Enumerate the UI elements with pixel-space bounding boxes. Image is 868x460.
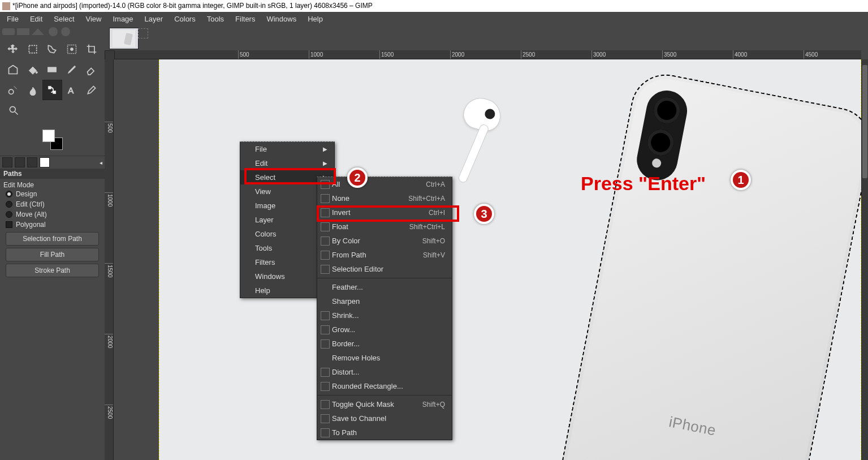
btn-selection-from-path[interactable]: Selection from Path bbox=[6, 232, 99, 246]
sm-feather-[interactable]: Feather... bbox=[317, 280, 452, 294]
menu-separator bbox=[317, 278, 452, 278]
images-tab[interactable] bbox=[40, 157, 50, 167]
check-polygonal-label: Polygonal bbox=[16, 221, 46, 229]
sm-border-[interactable]: Border... bbox=[317, 337, 452, 351]
sm-to-path[interactable]: To Path bbox=[317, 425, 452, 440]
menu-item-label: Border... bbox=[332, 339, 360, 348]
canvas-viewport[interactable]: iPhone Press "Enter" 1 bbox=[114, 59, 861, 460]
cm-edit[interactable]: Edit▶ bbox=[240, 156, 334, 170]
menu-windows[interactable]: Windows bbox=[261, 12, 302, 27]
menu-select[interactable]: Select bbox=[48, 12, 80, 27]
btn-fill-path[interactable]: Fill Path bbox=[6, 248, 99, 261]
tool-free-select[interactable] bbox=[42, 39, 62, 59]
fg-bg-color[interactable] bbox=[42, 130, 63, 150]
sm-rounded-rectangle-[interactable]: Rounded Rectangle... bbox=[317, 379, 452, 393]
sm-shrink-[interactable]: Shrink... bbox=[317, 308, 452, 323]
svg-point-14 bbox=[10, 106, 15, 112]
sm-invert[interactable]: InvertCtrl+I bbox=[317, 205, 452, 220]
tool-paths[interactable] bbox=[42, 80, 62, 100]
menu-item-label: Save to Channel bbox=[332, 414, 386, 423]
menu-item-label: Float bbox=[332, 222, 348, 231]
toolbox-header-shapes bbox=[0, 27, 105, 37]
svg-point-4 bbox=[61, 27, 70, 36]
ruler-horizontal[interactable]: 50010001500200025003000350040004500 bbox=[114, 50, 861, 59]
device-status-tab[interactable] bbox=[15, 157, 25, 167]
annotation-text: Press "Enter" bbox=[581, 173, 706, 195]
tool-transform[interactable] bbox=[3, 59, 23, 80]
menu-item-label: Toggle Quick Mask bbox=[332, 400, 394, 409]
menu-shortcut: Shift+Ctrl+L bbox=[409, 223, 445, 231]
menu-layer[interactable]: Layer bbox=[139, 12, 169, 27]
menu-item-label: From Path bbox=[332, 251, 366, 259]
sm-selection-editor[interactable]: Selection Editor bbox=[317, 262, 452, 276]
menu-item-label: By Color bbox=[332, 237, 360, 245]
tool-crop[interactable] bbox=[81, 39, 101, 59]
tool-eraser[interactable] bbox=[81, 59, 101, 80]
tool-clone[interactable] bbox=[3, 80, 23, 100]
chevron-right-icon: ▶ bbox=[323, 160, 327, 166]
ruler-tick: 4500 bbox=[804, 50, 818, 59]
check-polygonal[interactable]: Polygonal bbox=[3, 220, 101, 230]
vertical-scrollbar[interactable] bbox=[861, 59, 868, 460]
fg-color-swatch[interactable] bbox=[42, 130, 55, 142]
radio-move[interactable]: Move (Alt) bbox=[3, 209, 101, 220]
tool-bucket[interactable] bbox=[23, 59, 43, 80]
tool-text[interactable]: A bbox=[62, 80, 82, 100]
sm-toggle-quick-mask[interactable]: Toggle Quick MaskShift+Q bbox=[317, 397, 452, 411]
sm-sharpen[interactable]: Sharpen bbox=[317, 294, 452, 308]
sm-from-path[interactable]: From PathShift+V bbox=[317, 248, 452, 262]
tool-smudge[interactable] bbox=[23, 80, 43, 100]
dock-menu-icon[interactable]: ◂ bbox=[100, 160, 102, 166]
ruler-tick: 500 bbox=[105, 122, 113, 133]
iphone-brand-text: iPhone bbox=[573, 395, 813, 458]
sm-none[interactable]: NoneShift+Ctrl+A bbox=[317, 191, 452, 205]
gimp-logo-icon bbox=[2, 2, 10, 10]
tool-zoom[interactable] bbox=[3, 100, 24, 121]
toolbox: A bbox=[0, 37, 105, 123]
image-tab[interactable] bbox=[109, 28, 139, 49]
radio-edit[interactable]: Edit (Ctrl) bbox=[3, 199, 101, 209]
svg-point-8 bbox=[36, 71, 37, 73]
menu-filters[interactable]: Filters bbox=[230, 12, 261, 27]
ruler-tick: 1500 bbox=[105, 263, 113, 277]
tool-gradient[interactable] bbox=[42, 59, 62, 80]
menu-help[interactable]: Help bbox=[302, 12, 329, 27]
sm-distort-[interactable]: Distort... bbox=[317, 365, 452, 379]
ruler-vertical[interactable]: 5001000150020002500 bbox=[105, 59, 114, 460]
ruler-tick: 1000 bbox=[309, 50, 323, 59]
cm-file[interactable]: File▶ bbox=[240, 142, 334, 156]
menu-item-label: None bbox=[332, 194, 349, 203]
btn-stroke-path[interactable]: Stroke Path bbox=[6, 264, 99, 277]
menu-item-label: Distort... bbox=[332, 368, 359, 376]
menu-edit[interactable]: Edit bbox=[24, 12, 48, 27]
sm-all[interactable]: AllCtrl+A bbox=[317, 177, 452, 191]
tool-picker[interactable] bbox=[81, 80, 101, 100]
undo-history-tab[interactable] bbox=[27, 157, 37, 167]
tool-move[interactable] bbox=[3, 39, 23, 59]
sm-grow-[interactable]: Grow... bbox=[317, 323, 452, 337]
radio-edit-label: Edit (Ctrl) bbox=[16, 200, 45, 208]
menu-file[interactable]: File bbox=[1, 12, 24, 27]
sm-save-to-channel[interactable]: Save to Channel bbox=[317, 411, 452, 425]
menu-image[interactable]: Image bbox=[107, 12, 139, 27]
menu-item-label: To Path bbox=[332, 428, 357, 437]
tool-options-tab[interactable] bbox=[2, 157, 12, 167]
ruler-tick: 3500 bbox=[662, 50, 676, 59]
sm-remove-holes[interactable]: Remove Holes bbox=[317, 351, 452, 365]
sm-by-color[interactable]: By ColorShift+O bbox=[317, 234, 452, 248]
svg-rect-9 bbox=[48, 67, 57, 72]
menu-shortcut: Shift+Ctrl+A bbox=[408, 195, 445, 203]
menu-colors[interactable]: Colors bbox=[169, 12, 201, 27]
tool-brush[interactable] bbox=[62, 59, 82, 80]
svg-point-10 bbox=[9, 89, 14, 94]
tool-rect-select[interactable] bbox=[23, 39, 43, 59]
title-bar: *[iPhone and airpods] (imported)-14.0 (R… bbox=[0, 0, 868, 12]
radio-design[interactable]: Design bbox=[3, 189, 101, 199]
menu-tools[interactable]: Tools bbox=[201, 12, 230, 27]
tool-options-title: Paths bbox=[0, 169, 105, 179]
tool-fuzzy-select[interactable] bbox=[62, 39, 82, 59]
menu-item-label: Rounded Rectangle... bbox=[332, 382, 403, 390]
ruler-tick: 1000 bbox=[105, 192, 113, 207]
sm-float[interactable]: FloatShift+Ctrl+L bbox=[317, 220, 452, 234]
menu-view[interactable]: View bbox=[80, 12, 107, 27]
